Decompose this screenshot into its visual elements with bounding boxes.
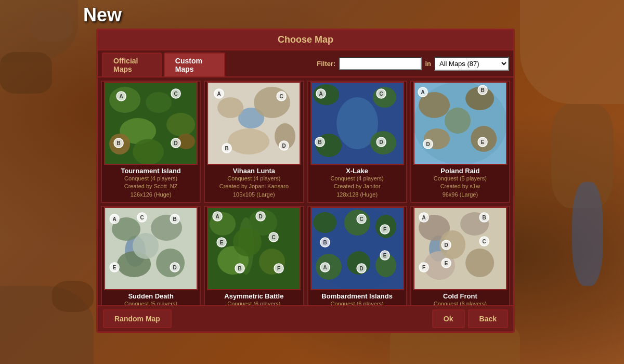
svg-point-104 [344, 210, 370, 236]
svg-text:E: E [383, 253, 386, 258]
svg-point-68 [156, 249, 185, 277]
svg-point-5 [133, 139, 164, 165]
svg-text:D: D [379, 139, 383, 145]
map-detail-3: Conquest (5 players) Created by s1w 96x9… [414, 175, 506, 199]
map-detail-1: Conquest (4 players) Created by Jopani K… [208, 175, 300, 199]
svg-text:A: A [216, 214, 219, 219]
map-info-1: Vihaan LuntaConquest (4 players) Created… [205, 165, 303, 202]
map-info-0: Tournament IslandConquest (4 players) Cr… [102, 165, 200, 202]
terrain-deco-4 [520, 0, 624, 104]
tab-custom-maps[interactable]: Custom Maps [164, 53, 226, 76]
map-thumbnail-2: ACBD [308, 82, 406, 165]
map-info-5: Asymmetric BattleConquest (6 players) Cr… [205, 290, 303, 305]
map-name-7: Cold Front [414, 292, 506, 300]
svg-text:B: B [238, 266, 242, 271]
filter-dropdown[interactable]: All Maps (87) [435, 58, 508, 70]
svg-text:C: C [482, 239, 486, 244]
map-cell-2[interactable]: ACBDX-LakeConquest (4 players) Created b… [307, 81, 407, 203]
map-detail-2: Conquest (4 players) Created by Janitor … [311, 175, 403, 199]
svg-text:A: A [421, 89, 424, 95]
back-button[interactable]: Back [468, 309, 508, 328]
svg-point-1 [109, 87, 140, 113]
map-thumbnail-4: ABCDE [102, 207, 200, 290]
modal-title-bar: Choose Map [98, 30, 513, 50]
svg-text:C: C [272, 235, 276, 240]
map-name-4: Sudden Death [105, 292, 197, 300]
svg-point-127 [465, 249, 494, 277]
svg-text:B: B [482, 215, 486, 220]
map-cell-3[interactable]: ABDEPoland RaidConquest (5 players) Crea… [410, 81, 510, 203]
map-name-3: Poland Raid [414, 167, 506, 175]
map-cell-1[interactable]: ACBDVihaan LuntaConquest (4 players) Cre… [204, 81, 304, 203]
river-deco [572, 182, 603, 286]
tab-official-maps[interactable]: Official Maps [102, 53, 162, 76]
svg-text:E: E [113, 265, 116, 270]
svg-text:E: E [220, 240, 224, 245]
svg-text:B: B [480, 87, 484, 93]
svg-point-20 [254, 87, 290, 118]
map-thumbnail-5: ABCDEF [205, 207, 303, 290]
svg-text:B: B [318, 139, 321, 145]
filter-in-label: in [425, 60, 431, 68]
map-cell-7[interactable]: ABCDEFCold FrontConquest (6 players) Cre… [410, 206, 510, 305]
map-thumbnail-3: ABDE [411, 82, 509, 165]
svg-text:E: E [445, 261, 448, 266]
map-info-4: Sudden DeathConquest (5 players) Created… [102, 290, 200, 305]
svg-text:F: F [422, 265, 425, 270]
svg-text:B: B [173, 216, 177, 222]
map-info-7: Cold FrontConquest (6 players) Created b… [411, 290, 509, 305]
svg-point-103 [313, 212, 336, 233]
svg-point-87 [233, 228, 262, 256]
map-detail-6: Conquest (6 players) Created by Sanco [311, 300, 403, 305]
svg-text:D: D [173, 265, 177, 270]
svg-text:B: B [117, 140, 121, 146]
map-name-5: Asymmetric Battle [208, 292, 300, 300]
map-thumbnail-1: ACBD [205, 82, 303, 165]
modal-dialog: Choose Map Official Maps Custom Maps Fil… [96, 29, 515, 333]
ok-button[interactable]: Ok [432, 309, 465, 328]
map-cell-0[interactable]: ACBDTournament IslandConquest (4 players… [101, 81, 201, 203]
svg-text:C: C [359, 216, 363, 222]
svg-text:A: A [113, 216, 116, 222]
map-cell-4[interactable]: ABCDESudden DeathConquest (5 players) Cr… [101, 206, 201, 305]
filter-input[interactable] [339, 57, 422, 70]
map-name-6: Bombardment Islands [311, 292, 403, 300]
map-grid: ACBDTournament IslandConquest (4 players… [101, 81, 510, 305]
modal-title: Choose Map [278, 34, 333, 45]
map-cell-5[interactable]: ABCDEFAsymmetric BattleConquest (6 playe… [204, 206, 304, 305]
svg-text:E: E [481, 139, 485, 145]
svg-text:A: A [422, 215, 425, 220]
svg-text:A: A [217, 91, 221, 97]
svg-text:D: D [426, 141, 430, 147]
svg-text:B: B [225, 146, 229, 151]
svg-text:C: C [379, 91, 383, 97]
svg-point-53 [445, 108, 471, 134]
map-cell-6[interactable]: ABCDEFBombardment IslandsConquest (6 pla… [307, 206, 407, 305]
svg-point-2 [146, 92, 172, 113]
map-info-2: X-LakeConquest (4 players) Created by Ja… [308, 165, 406, 202]
svg-text:D: D [174, 140, 178, 146]
svg-text:F: F [277, 266, 280, 271]
svg-text:A: A [120, 94, 123, 99]
map-info-6: Bombardment IslandsConquest (6 players) … [308, 290, 406, 305]
map-name-2: X-Lake [311, 167, 403, 175]
page-title: New [83, 4, 122, 26]
map-detail-7: Conquest (6 players) Created by Dingo At… [414, 300, 506, 305]
map-thumbnail-7: ABCDEF [411, 207, 509, 290]
map-thumbnail-6: ABCDEF [308, 207, 406, 290]
svg-text:D: D [282, 143, 286, 149]
terrain-deco-8 [52, 281, 94, 312]
map-grid-container[interactable]: ACBDTournament IslandConquest (4 players… [98, 77, 513, 305]
svg-text:B: B [323, 240, 327, 245]
svg-text:A: A [323, 265, 327, 270]
terrain-deco-3 [0, 52, 52, 94]
map-detail-5: Conquest (6 players) Created by Snav [208, 300, 300, 305]
map-detail-4: Conquest (5 players) Created by Dingo At… [105, 300, 197, 305]
svg-text:D: D [444, 242, 448, 248]
map-name-1: Vihaan Lunta [208, 167, 300, 175]
svg-text:A: A [319, 91, 322, 97]
map-info-3: Poland RaidConquest (5 players) Created … [411, 165, 509, 202]
map-name-0: Tournament Island [105, 167, 197, 175]
random-map-button[interactable]: Random Map [103, 309, 172, 328]
svg-text:C: C [140, 215, 144, 220]
